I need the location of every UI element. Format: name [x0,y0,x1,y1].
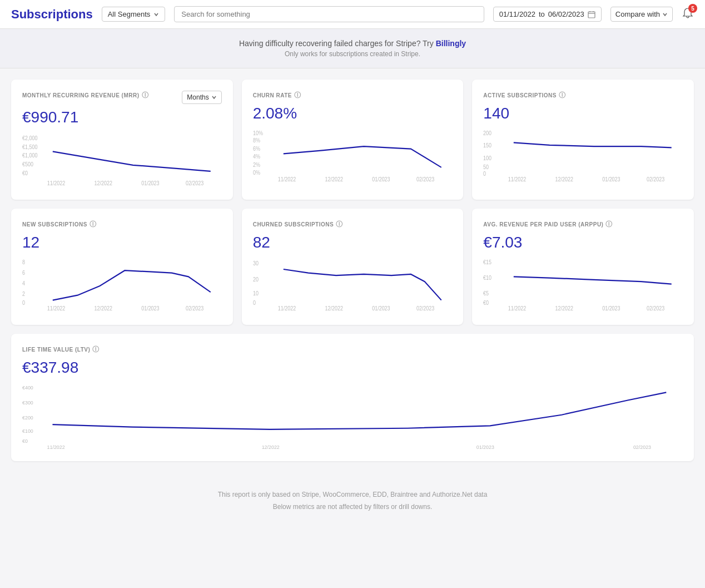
footer-line2: Below metrics are not affected by filter… [11,501,694,513]
active-chart: 200 150 100 50 0 11/2022 12/2022 01/2023… [483,129,683,185]
churned-title: CHURNED SUBSCRIPTIONS [253,221,334,228]
svg-text:02/2023: 02/2023 [416,176,434,183]
ltv-title: LIFE TIME VALUE (LTV) [22,347,90,353]
notification-bell[interactable]: 5 [682,7,694,21]
svg-text:€0: €0 [22,438,28,444]
segment-dropdown[interactable]: All Segments [102,7,166,22]
active-info-icon: ⓘ [559,91,566,100]
svg-text:01/2023: 01/2023 [603,305,620,312]
new-subs-title: NEW SUBSCRIPTIONS [22,221,87,228]
svg-text:50: 50 [483,164,489,171]
svg-text:€1,500: €1,500 [22,144,37,150]
svg-text:0: 0 [22,300,25,307]
active-title: ACTIVE SUBSCRIPTIONS [483,92,557,98]
svg-text:12/2022: 12/2022 [95,180,112,187]
svg-text:02/2023: 02/2023 [416,305,434,312]
svg-text:12/2022: 12/2022 [555,305,573,312]
svg-text:€300: €300 [22,400,33,406]
svg-text:€15: €15 [483,259,491,266]
arppu-chart: €15 €10 €5 €0 11/2022 12/2022 01/2023 02… [483,258,683,314]
months-button[interactable]: Months [182,91,221,104]
svg-text:6%: 6% [253,145,260,152]
svg-text:10: 10 [253,290,259,297]
svg-text:10%: 10% [253,130,263,137]
svg-text:4: 4 [22,280,25,286]
banner-text: Having difficulty recovering failed char… [239,39,434,48]
churned-info-icon: ⓘ [336,220,343,229]
date-from: 01/11/2022 [499,10,535,18]
ltv-info-icon: ⓘ [92,345,100,354]
segment-label: All Segments [108,10,151,18]
svg-text:01/2023: 01/2023 [141,180,159,187]
svg-text:€500: €500 [22,161,33,168]
banner-sub: Only works for subscriptions created in … [11,50,694,58]
churn-card: CHURN RATE ⓘ 2.08% 10% 8% 6% 4% 2% 0% 11… [242,80,464,200]
svg-text:0: 0 [253,300,256,307]
svg-text:12/2022: 12/2022 [262,444,280,449]
date-range-picker[interactable]: 01/11/2022 to 06/02/2023 [493,7,602,22]
chevron-down-icon [662,12,668,17]
churned-value: 82 [253,234,453,251]
svg-text:4%: 4% [253,154,260,160]
metrics-row-1: MONTHLY RECURRING REVENUE (MRR) ⓘ Months… [11,80,694,200]
compare-button[interactable]: Compare with [610,7,673,22]
arppu-card: AVG. REVENUE PER PAID USER (ARPPU) ⓘ €7.… [472,209,694,325]
svg-text:11/2022: 11/2022 [277,176,295,183]
svg-text:0: 0 [483,171,486,177]
churn-title: CHURN RATE [253,92,292,98]
notification-count: 5 [688,4,697,13]
ltv-chart: €400 €300 €200 €100 €0 11/2022 12/2022 0… [22,383,683,450]
svg-text:€400: €400 [22,385,33,391]
mrr-value: €990.71 [22,108,222,126]
svg-text:20: 20 [253,276,259,283]
svg-text:€200: €200 [22,415,33,421]
compare-label: Compare with [615,10,660,18]
new-subs-value: 12 [22,234,222,251]
svg-text:2%: 2% [253,161,260,168]
svg-text:150: 150 [483,142,491,149]
svg-text:30: 30 [253,260,259,267]
mrr-card: MONTHLY RECURRING REVENUE (MRR) ⓘ Months… [11,80,233,200]
active-value: 140 [483,105,683,122]
ltv-value: €337.98 [22,359,683,377]
svg-text:100: 100 [483,155,491,161]
svg-text:02/2023: 02/2023 [647,305,664,312]
churned-subs-card: CHURNED SUBSCRIPTIONS ⓘ 82 30 20 10 0 11… [242,209,464,325]
svg-text:€2,000: €2,000 [22,135,37,142]
page-title: Subscriptions [11,7,93,22]
svg-text:12/2022: 12/2022 [555,176,573,183]
svg-text:01/2023: 01/2023 [603,176,620,183]
chevron-down-icon [211,95,217,100]
metrics-row-2: NEW SUBSCRIPTIONS ⓘ 12 8 6 4 2 0 11/2022… [11,209,694,325]
svg-text:6: 6 [22,270,25,276]
arppu-title: AVG. REVENUE PER PAID USER (ARPPU) [483,221,603,228]
svg-text:11/2022: 11/2022 [47,180,65,187]
svg-text:12/2022: 12/2022 [325,176,342,183]
new-subs-card: NEW SUBSCRIPTIONS ⓘ 12 8 6 4 2 0 11/2022… [11,209,233,325]
svg-text:02/2023: 02/2023 [633,444,651,449]
banner-link[interactable]: Billingly [436,39,466,48]
ltv-card: LIFE TIME VALUE (LTV) ⓘ €337.98 €400 €30… [11,334,694,461]
new-subs-info-icon: ⓘ [90,220,97,229]
svg-text:01/2023: 01/2023 [476,444,494,449]
chevron-down-icon [153,12,159,17]
svg-text:12/2022: 12/2022 [95,305,112,312]
svg-text:12/2022: 12/2022 [325,305,342,312]
months-label: Months [187,93,208,101]
svg-text:02/2023: 02/2023 [186,305,203,312]
mrr-title: MONTHLY RECURRING REVENUE (MRR) [22,92,140,98]
header: Subscriptions All Segments 01/11/2022 to… [0,0,705,29]
svg-text:11/2022: 11/2022 [277,305,295,312]
svg-text:€5: €5 [483,290,489,297]
footer: This report is only based on Stripe, Woo… [0,472,705,530]
svg-text:02/2023: 02/2023 [647,176,664,183]
svg-text:2: 2 [22,290,25,297]
svg-text:01/2023: 01/2023 [141,305,159,312]
svg-text:8: 8 [22,259,25,266]
mrr-chart: €2,000 €1,500 €1,000 €500 €0 11/2022 12/… [22,133,222,189]
svg-text:11/2022: 11/2022 [508,305,526,312]
churn-value: 2.08% [253,105,453,122]
svg-text:200: 200 [483,130,491,137]
search-input[interactable] [174,6,484,22]
svg-text:01/2023: 01/2023 [372,305,390,312]
